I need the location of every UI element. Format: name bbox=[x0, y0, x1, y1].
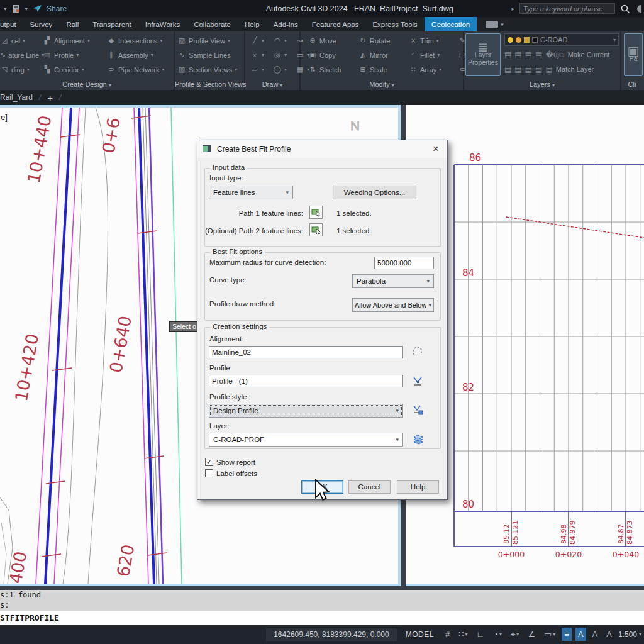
panel-label-draw[interactable]: Draw▾ bbox=[245, 80, 299, 88]
array-button[interactable]: ∷Array▾ bbox=[409, 62, 448, 77]
qat-caret-icon[interactable]: ▾ bbox=[25, 6, 28, 12]
fillet-button[interactable]: ◜Fillet▾ bbox=[409, 48, 448, 62]
isoplane-toggle[interactable]: ∠ bbox=[525, 628, 538, 641]
drawing-area[interactable]: e] bbox=[0, 105, 644, 586]
dialog-title-bar[interactable]: Create Best Fit Profile ✕ bbox=[197, 140, 447, 158]
panel-label-layers[interactable]: Layers▾ bbox=[464, 80, 620, 88]
tab-transparent[interactable]: Transparent bbox=[86, 17, 138, 31]
signin-avatar-icon[interactable] bbox=[635, 4, 641, 14]
tab-express-tools[interactable]: Express Tools bbox=[365, 17, 424, 31]
layers-icon[interactable] bbox=[413, 433, 425, 445]
make-current-button[interactable]: Make Current bbox=[568, 51, 610, 58]
tab-geolocation[interactable]: Geolocation bbox=[425, 17, 477, 31]
weeding-options-button[interactable]: Weeding Options... bbox=[333, 186, 416, 199]
tab-rail[interactable]: Rail bbox=[59, 17, 86, 31]
draw-method-dropdown[interactable]: Allow Above and Below▾ bbox=[352, 298, 434, 312]
line-button[interactable]: ╱▾ bbox=[250, 33, 264, 48]
lock-icon[interactable]: ▤ bbox=[535, 50, 542, 59]
trim-button[interactable]: ⨯Trim▾ bbox=[409, 33, 448, 48]
new-drawing-button[interactable]: + bbox=[47, 92, 53, 103]
object-snap-toggle[interactable]: ⌖▾ bbox=[508, 628, 521, 641]
search-icon[interactable] bbox=[620, 4, 630, 14]
profile-view-button[interactable]: ▧Profile View▾ bbox=[177, 33, 237, 48]
cancel-button[interactable]: Cancel bbox=[348, 480, 391, 494]
model-space-button[interactable]: MODEL bbox=[406, 630, 434, 639]
panel-label-profile-section[interactable]: Profile & Section Views bbox=[175, 80, 244, 88]
move-button[interactable]: ⊕Move bbox=[308, 33, 348, 48]
profile-name-field[interactable] bbox=[209, 375, 403, 387]
curve-type-dropdown[interactable]: Parabola▾ bbox=[352, 274, 434, 288]
input-type-dropdown[interactable]: Feature lines▾ bbox=[209, 186, 293, 199]
rotate-button[interactable]: ↻Rotate bbox=[358, 33, 399, 48]
off-icon[interactable]: ▤ bbox=[525, 50, 532, 59]
isolate-icon[interactable]: ▤ bbox=[504, 50, 511, 59]
annotation-scale-list[interactable]: A bbox=[604, 628, 614, 641]
panel-label-modify[interactable]: Modify▾ bbox=[301, 80, 463, 88]
tab-infraworks[interactable]: InfraWorks bbox=[138, 17, 187, 31]
panel-label-create-design[interactable]: Create Design▾ bbox=[0, 80, 174, 88]
polygon-button[interactable]: ▱▾ bbox=[250, 62, 264, 77]
profile-button[interactable]: ▤Profile▾ bbox=[43, 48, 101, 62]
intersections-button[interactable]: ◆Intersections▾ bbox=[107, 33, 177, 48]
freeze-icon[interactable]: ▤ bbox=[514, 50, 521, 59]
alignment-button[interactable]: ▞Alignment▾ bbox=[43, 33, 101, 48]
xline-button[interactable]: ×▾ bbox=[250, 48, 264, 62]
ortho-toggle[interactable]: ∟ bbox=[474, 628, 487, 641]
unisolate-icon[interactable]: ▤ bbox=[504, 65, 511, 74]
grading-button[interactable]: ◹ding▾ bbox=[0, 62, 36, 77]
profile-style-icon[interactable] bbox=[413, 404, 424, 416]
snap-toggle[interactable]: ∷▾ bbox=[456, 628, 470, 641]
layer-dropdown[interactable]: C-ROAD ▾ bbox=[504, 33, 619, 46]
match-layer-button[interactable]: Match Layer bbox=[556, 65, 594, 73]
share-button[interactable]: Share bbox=[47, 4, 67, 13]
annotation-visibility-toggle[interactable]: ≡ bbox=[562, 628, 572, 641]
grid-toggle[interactable]: # bbox=[443, 628, 452, 641]
copy-button[interactable]: ▣Copy bbox=[308, 48, 348, 62]
tab-survey[interactable]: Survey bbox=[23, 17, 60, 31]
ellipse-button[interactable]: ◯▾ bbox=[273, 62, 287, 77]
command-input[interactable]: STFITPROFILE bbox=[0, 611, 644, 625]
mirror-button[interactable]: ◭Mirror bbox=[358, 48, 399, 62]
on-icon[interactable]: ▤ bbox=[525, 65, 532, 74]
path1-select-button[interactable] bbox=[309, 206, 323, 219]
command-history[interactable]: s:1 found s: bbox=[0, 590, 644, 611]
alignment-field[interactable] bbox=[209, 346, 403, 358]
path2-select-button[interactable] bbox=[309, 223, 323, 236]
dynamic-input-toggle[interactable]: ▭▾ bbox=[541, 628, 558, 641]
stretch-button[interactable]: ⇅Stretch bbox=[308, 62, 348, 77]
section-views-button[interactable]: ▨Section Views▾ bbox=[177, 62, 237, 77]
parcel-button[interactable]: ◿cel▾ bbox=[0, 33, 36, 48]
max-radius-input[interactable] bbox=[374, 257, 434, 269]
close-icon[interactable]: ✕ bbox=[430, 143, 441, 155]
paste-button[interactable]: ▣ Pa bbox=[624, 33, 643, 76]
save-icon[interactable] bbox=[11, 4, 21, 13]
viewport-label-fragment[interactable]: e] bbox=[1, 113, 8, 122]
tab-help[interactable]: Help bbox=[238, 17, 267, 31]
file-tab-rail-yard[interactable]: Rail_Yard bbox=[0, 93, 33, 102]
tab-output[interactable]: utput bbox=[0, 17, 23, 31]
layer-dropdown-dialog[interactable]: C-ROAD-PROF▾ bbox=[209, 433, 403, 447]
scale-button[interactable]: ⊞Scale bbox=[358, 62, 399, 77]
pipe-network-button[interactable]: ⊃Pipe Network▾ bbox=[107, 62, 177, 77]
assembly-button[interactable]: ∥Assembly▾ bbox=[107, 48, 177, 62]
profile-style-dropdown[interactable]: Design Profile▾ bbox=[209, 404, 403, 418]
annotation-scale-value[interactable]: 1:500▾ bbox=[618, 630, 641, 639]
search-expand-icon[interactable]: ▸ bbox=[511, 6, 514, 12]
corridor-button[interactable]: ▚Corridor▾ bbox=[43, 62, 101, 77]
polar-tracking-toggle[interactable]: ◔▾ bbox=[491, 628, 504, 641]
feature-line-button[interactable]: ∿ature Line▾ bbox=[0, 48, 36, 62]
annotation-scale-sync[interactable]: A bbox=[590, 628, 601, 641]
profile-icon[interactable] bbox=[413, 375, 424, 387]
ribbon-display-toggle[interactable]: ▾ bbox=[486, 17, 504, 31]
circle-button[interactable]: ◎▾ bbox=[273, 48, 287, 62]
pick-alignment-icon[interactable] bbox=[412, 347, 423, 357]
sample-lines-button[interactable]: ∿Sample Lines bbox=[177, 48, 237, 62]
show-report-checkbox[interactable]: ✓ Show report bbox=[205, 458, 255, 466]
tab-addins[interactable]: Add-ins bbox=[267, 17, 305, 31]
arc-button[interactable]: ◠▾ bbox=[273, 33, 287, 48]
share-plane-icon[interactable] bbox=[32, 4, 42, 13]
auto-annotation-scale-toggle[interactable]: A bbox=[575, 628, 586, 641]
coordinates-readout[interactable]: 1642609.450, 8183399.429, 0.000 bbox=[266, 628, 397, 641]
thaw-icon[interactable]: ▤ bbox=[514, 65, 521, 74]
label-offsets-checkbox[interactable]: Label offsets bbox=[205, 469, 257, 477]
